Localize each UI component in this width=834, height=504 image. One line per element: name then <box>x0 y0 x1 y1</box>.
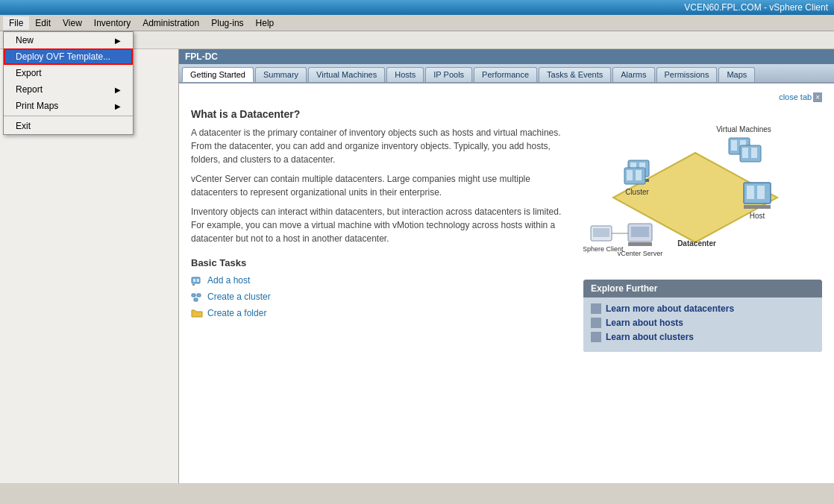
close-tab-row: close tab × <box>191 92 822 102</box>
svg-rect-7 <box>192 294 195 297</box>
menu-item-exit-label: Exit <box>16 121 31 131</box>
tab-tasks-events[interactable]: Tasks & Events <box>539 67 611 82</box>
svg-rect-16 <box>627 170 633 180</box>
svg-rect-37 <box>593 228 609 237</box>
explore-link-hosts-label: Learn about hosts <box>606 318 683 328</box>
explore-bullet-icon-2 <box>591 318 601 328</box>
create-cluster-link[interactable]: Create a cluster <box>207 292 271 302</box>
menu-item-export[interactable]: Export <box>4 65 133 81</box>
right-panel: FPL-DC Getting Started Summary Virtual M… <box>179 49 834 483</box>
explore-link-datacenters[interactable]: Learn more about datacenters <box>591 303 815 314</box>
menu-item-print-maps[interactable]: Print Maps ▶ <box>4 98 133 114</box>
svg-rect-23 <box>742 148 748 158</box>
svg-text:Cluster: Cluster <box>625 188 649 196</box>
tab-virtual-machines[interactable]: Virtual Machines <box>308 67 385 82</box>
svg-text:Virtual Machines: Virtual Machines <box>716 125 771 133</box>
menu-item-export-label: Export <box>16 68 42 78</box>
svg-rect-24 <box>751 148 757 158</box>
content-left: What is a Datacenter? A datacenter is th… <box>191 108 568 352</box>
title-bar: VCEN60.FPL.COM - vSphere Client <box>0 0 834 15</box>
menu-item-deploy-ovf-label: Deploy OVF Template... <box>16 51 110 62</box>
svg-rect-17 <box>636 170 642 180</box>
description-para-3: Inventory objects can interact within da… <box>191 205 568 245</box>
explore-further-content: Learn more about datacenters Learn about… <box>583 297 822 352</box>
tab-summary[interactable]: Summary <box>255 67 307 82</box>
create-folder-link[interactable]: Create a folder <box>207 308 266 318</box>
close-tab-button[interactable]: × <box>813 92 822 102</box>
file-dropdown-menu: New ▶ Deploy OVF Template... Export Repo… <box>3 31 134 135</box>
basic-tasks-title: Basic Tasks <box>191 257 568 268</box>
svg-text:Host: Host <box>750 212 765 220</box>
menu-item-deploy-ovf[interactable]: Deploy OVF Template... <box>4 48 133 65</box>
svg-rect-6 <box>192 284 195 286</box>
svg-rect-4 <box>193 279 195 282</box>
dropdown-divider <box>4 116 133 116</box>
datacenter-diagram: Cluster Virtual Machines <box>583 108 807 272</box>
tab-ip-pools[interactable]: IP Pools <box>425 67 472 82</box>
explore-link-datacenters-label: Learn more about datacenters <box>606 303 734 314</box>
menu-item-report[interactable]: Report ▶ <box>4 81 133 98</box>
submenu-arrow-icon: ▶ <box>115 37 121 45</box>
tab-bar: Getting Started Summary Virtual Machines… <box>179 64 834 84</box>
menu-edit[interactable]: Edit <box>29 16 57 30</box>
menu-help[interactable]: Help <box>250 16 280 30</box>
explore-further-section: Explore Further Learn more about datacen… <box>583 280 822 352</box>
report-submenu-arrow-icon: ▶ <box>115 86 121 94</box>
menu-item-report-label: Report <box>16 84 43 95</box>
svg-rect-20 <box>731 140 737 151</box>
svg-rect-27 <box>747 186 754 199</box>
menu-item-new-label: New <box>16 35 34 45</box>
menu-administration[interactable]: Administration <box>137 16 205 30</box>
explore-further-title: Explore Further <box>591 283 657 294</box>
svg-text:Datacenter: Datacenter <box>677 239 716 248</box>
explore-link-clusters[interactable]: Learn about clusters <box>591 332 815 342</box>
explore-bullet-icon-3 <box>591 332 601 342</box>
panel-title: FPL-DC <box>185 51 218 62</box>
menu-view[interactable]: View <box>57 16 88 30</box>
tab-permissions[interactable]: Permissions <box>656 67 718 82</box>
menu-item-exit[interactable]: Exit <box>4 118 133 134</box>
explore-further-header: Explore Further <box>583 280 822 297</box>
menu-bar: File Edit View Inventory Administration … <box>0 15 834 31</box>
svg-text:vCenter Server: vCenter Server <box>618 250 663 257</box>
explore-bullet-icon <box>591 303 601 314</box>
task-add-host[interactable]: Add a host <box>191 274 568 286</box>
svg-rect-29 <box>744 205 771 209</box>
content-area: close tab × What is a Datacenter? A data… <box>179 84 834 483</box>
svg-rect-5 <box>197 279 199 282</box>
create-cluster-icon <box>191 291 203 303</box>
svg-rect-8 <box>197 294 201 297</box>
close-tab-link[interactable]: close tab <box>779 92 812 102</box>
add-host-link[interactable]: Add a host <box>207 275 250 286</box>
page-title: What is a Datacenter? <box>191 108 568 120</box>
tab-alarms[interactable]: Alarms <box>612 67 654 82</box>
task-create-folder[interactable]: Create a folder <box>191 307 568 319</box>
tab-hosts[interactable]: Hosts <box>386 67 424 82</box>
explore-link-hosts[interactable]: Learn about hosts <box>591 318 815 328</box>
create-folder-icon <box>191 307 203 319</box>
tab-getting-started[interactable]: Getting Started <box>182 67 254 82</box>
menu-plugins[interactable]: Plug-ins <box>205 16 249 30</box>
panel-header: FPL-DC <box>179 49 834 64</box>
tab-performance[interactable]: Performance <box>474 67 537 82</box>
menu-item-print-maps-label: Print Maps <box>16 101 58 111</box>
description-para-1: A datacenter is the primary container of… <box>191 126 568 166</box>
content-inner: What is a Datacenter? A datacenter is th… <box>191 108 822 352</box>
svg-text:vSphere Client: vSphere Client <box>583 245 624 253</box>
svg-rect-28 <box>757 186 765 199</box>
explore-link-clusters-label: Learn about clusters <box>606 332 694 342</box>
tab-maps[interactable]: Maps <box>718 67 755 82</box>
add-host-icon <box>191 274 203 286</box>
title-text: VCEN60.FPL.COM - vSphere Client <box>684 2 828 13</box>
svg-rect-34 <box>628 242 652 246</box>
svg-rect-9 <box>194 298 198 301</box>
svg-rect-33 <box>631 227 649 237</box>
description-para-2: vCenter Server can contain multiple data… <box>191 172 568 199</box>
task-create-cluster[interactable]: Create a cluster <box>191 291 568 303</box>
content-right: Cluster Virtual Machines <box>583 108 822 352</box>
print-maps-submenu-arrow-icon: ▶ <box>115 102 121 110</box>
menu-item-new[interactable]: New ▶ <box>4 32 133 48</box>
menu-file[interactable]: File <box>3 16 29 30</box>
menu-inventory[interactable]: Inventory <box>88 16 137 30</box>
